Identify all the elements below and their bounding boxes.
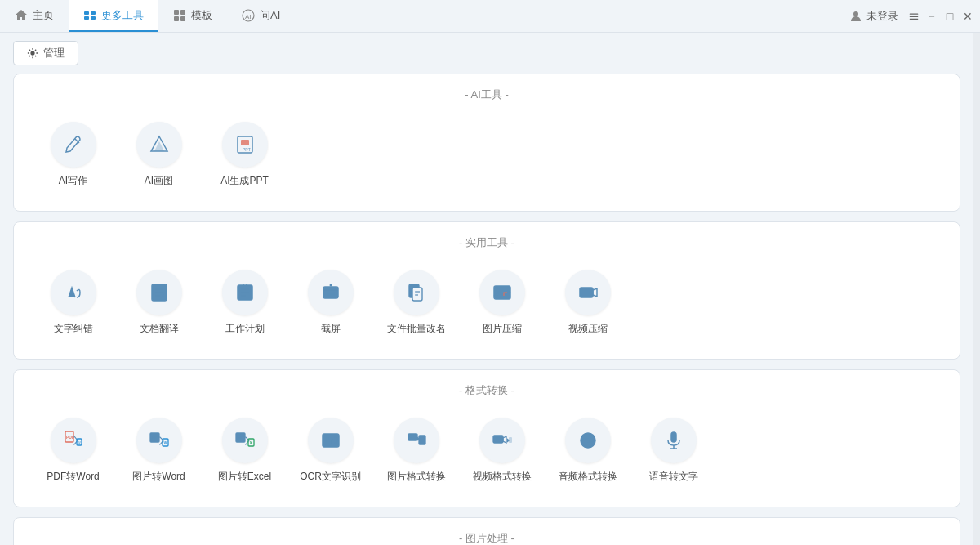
section-image-process: - 图片处理 - 水 加水印 水 去水印: [13, 517, 960, 545]
tool-video-format[interactable]: 视频格式转换: [459, 411, 545, 490]
section-format-convert: - 格式转换 - PDFW PDF转Word W 图片转Word: [13, 369, 960, 507]
user-login-btn[interactable]: 未登录: [849, 9, 898, 24]
batch-rename-icon-wrap: [394, 270, 439, 315]
screenshot-icon-wrap: [308, 270, 354, 315]
manage-label: 管理: [43, 46, 65, 60]
img-compress-label: 图片压缩: [483, 322, 522, 336]
tool-video-compress[interactable]: 视频压缩: [545, 263, 630, 342]
scrollbar-track: [973, 33, 980, 545]
content-area: 管理 - AI工具 - AI写作: [0, 33, 973, 545]
svg-rect-2: [84, 16, 89, 20]
screenshot-label: 截屏: [321, 322, 341, 336]
svg-text:W: W: [78, 440, 81, 444]
text-correct-icon-wrap: [51, 270, 96, 315]
tool-pdf-to-word[interactable]: PDFW PDF转Word: [30, 411, 116, 490]
close-btn[interactable]: ✕: [962, 11, 973, 22]
img-format-icon-wrap: [394, 418, 439, 463]
section-practical-title: - 实用工具 -: [30, 235, 943, 250]
template-icon: [173, 9, 186, 22]
section-ai-tools: - AI工具 - AI写作: [13, 74, 960, 212]
svg-rect-52: [408, 434, 417, 440]
tool-speech-to-text[interactable]: 语音转文字: [630, 411, 716, 490]
svg-rect-6: [174, 16, 179, 21]
tool-ocr[interactable]: OCR文字识别: [287, 411, 373, 490]
user-label: 未登录: [866, 9, 898, 24]
ai-write-label: AI写作: [59, 174, 87, 188]
tab-ask-ai-label: 问AI: [260, 8, 280, 23]
svg-rect-54: [419, 436, 425, 444]
window-controls: － □ ✕: [908, 11, 973, 22]
img-to-excel-label: 图片转Excel: [218, 470, 271, 484]
tab-more-tools-label: 更多工具: [101, 8, 144, 23]
tool-ai-draw[interactable]: AI画图: [116, 115, 202, 194]
tool-doc-translate[interactable]: A 文档翻译: [116, 263, 202, 342]
audio-format-icon-wrap: [565, 418, 611, 463]
svg-rect-13: [910, 18, 919, 19]
titlebar-tabs: 主页 更多工具 模板 AI 问AI: [0, 0, 295, 32]
tab-home-label: 主页: [33, 8, 54, 23]
section-format-title: - 格式转换 -: [30, 383, 943, 398]
svg-rect-4: [174, 10, 179, 15]
titlebar: 主页 更多工具 模板 AI 问AI 未登录: [0, 0, 980, 33]
video-format-icon-wrap: [479, 418, 525, 463]
practical-tools-grid: 文字纠错 A 文档翻译 工作计划: [30, 263, 943, 342]
img-to-word-icon-wrap: W: [136, 418, 182, 463]
work-plan-icon-wrap: [222, 270, 268, 315]
tool-img-format[interactable]: 图片格式转换: [373, 411, 459, 490]
scroll-area[interactable]: - AI工具 - AI写作: [0, 74, 973, 545]
img-compress-icon-wrap: [479, 270, 525, 315]
tab-more-tools[interactable]: 更多工具: [69, 0, 158, 32]
speech-to-text-icon-wrap: [651, 418, 697, 463]
tool-batch-rename[interactable]: 文件批量改名: [373, 263, 459, 342]
minimize-btn[interactable]: －: [926, 11, 938, 22]
tab-template[interactable]: 模板: [158, 0, 227, 32]
ai-tools-grid: AI写作 AI画图: [30, 115, 943, 194]
tool-img-to-word[interactable]: W 图片转Word: [116, 411, 202, 490]
menu-btn[interactable]: [908, 11, 920, 22]
tool-img-compress[interactable]: 图片压缩: [459, 263, 545, 342]
ocr-icon-wrap: [308, 418, 354, 463]
section-image-title: - 图片处理 -: [30, 531, 943, 545]
batch-rename-label: 文件批量改名: [387, 322, 446, 336]
img-to-excel-icon-wrap: X: [222, 418, 268, 463]
tool-text-correct[interactable]: 文字纠错: [30, 263, 116, 342]
tools-icon: [83, 9, 96, 22]
video-format-label: 视频格式转换: [473, 470, 532, 484]
tab-ask-ai[interactable]: AI 问AI: [227, 0, 295, 32]
section-practical-tools: - 实用工具 - 文字纠错 A 文档翻译: [13, 221, 960, 360]
tool-ai-ppt[interactable]: PPT AI生成PPT: [202, 115, 287, 194]
tool-work-plan[interactable]: 工作计划: [202, 263, 287, 342]
main: 管理 - AI工具 - AI写作: [0, 33, 980, 545]
svg-rect-12: [910, 16, 919, 16]
ai-icon: AI: [242, 9, 255, 22]
svg-text:PPT: PPT: [243, 147, 251, 152]
tool-audio-format[interactable]: 音频格式转换: [545, 411, 630, 490]
manage-button[interactable]: 管理: [13, 41, 78, 65]
svg-text:AI: AI: [245, 13, 252, 20]
svg-rect-3: [91, 16, 96, 20]
svg-point-53: [409, 436, 412, 438]
doc-translate-label: 文档翻译: [140, 322, 179, 336]
svg-rect-18: [241, 140, 249, 145]
ai-draw-icon-wrap: [136, 122, 182, 168]
svg-rect-55: [493, 436, 503, 443]
home-icon: [15, 9, 28, 22]
tool-img-to-excel[interactable]: X 图片转Excel: [202, 411, 287, 490]
video-compress-label: 视频压缩: [568, 322, 608, 336]
restore-btn[interactable]: □: [944, 11, 956, 22]
format-tools-grid: PDFW PDF转Word W 图片转Word X: [30, 411, 943, 490]
svg-rect-1: [91, 11, 96, 15]
svg-rect-5: [180, 10, 185, 15]
text-correct-label: 文字纠错: [54, 322, 93, 336]
svg-point-14: [30, 51, 34, 55]
tool-screenshot[interactable]: 截屏: [287, 263, 373, 342]
tool-ai-write[interactable]: AI写作: [30, 115, 116, 194]
ocr-label: OCR文字识别: [300, 470, 361, 484]
svg-rect-30: [327, 293, 335, 296]
tab-home[interactable]: 主页: [0, 0, 69, 32]
svg-rect-7: [180, 16, 185, 21]
pdf-to-word-icon-wrap: PDFW: [51, 418, 96, 463]
svg-rect-56: [509, 437, 512, 443]
tab-template-label: 模板: [191, 8, 212, 23]
img-to-word-label: 图片转Word: [132, 470, 185, 484]
